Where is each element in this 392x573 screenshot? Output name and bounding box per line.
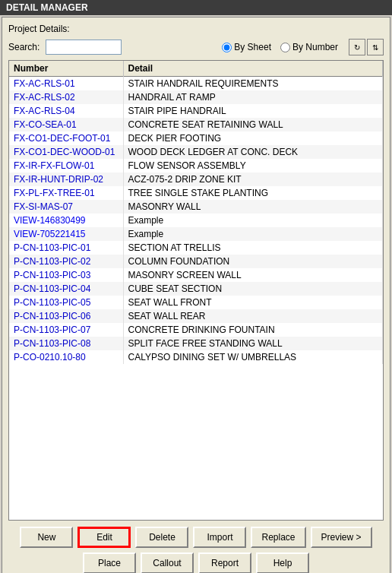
button-row-2: Place Callout Report Help [8,552,384,573]
table-cell-detail: SEAT WALL FRONT [123,296,383,309]
table-row[interactable]: P-CN-1103-PIC-04CUBE SEAT SECTION [9,282,383,296]
table-cell-number: P-CN-1103-PIC-05 [9,296,123,309]
table-header-row: Number Detail [9,61,383,77]
delete-button[interactable]: Delete [135,527,188,548]
table-row[interactable]: P-CN-1103-PIC-05SEAT WALL FRONT [9,296,383,309]
table-row[interactable]: FX-AC-RLS-01STAIR HANDRAIL REQUIREMENTS [9,77,383,91]
table-cell-detail: CUBE SEAT SECTION [123,282,383,296]
table-cell-number: FX-IR-FX-FLOW-01 [9,159,123,173]
replace-button[interactable]: Replace [251,527,305,548]
table-row[interactable]: P-CN-1103-PIC-08SPLIT FACE FREE STANDING… [9,337,383,350]
table-cell-detail: CONCRETE SEAT RETAINING WALL [123,118,383,131]
icon-buttons: ↻ ⇅ [349,39,384,55]
project-details-label: Project Details: [8,24,384,34]
table-cell-detail: FLOW SENSOR ASSEMBLY [123,159,383,173]
table-cell-number: P-CN-1103-PIC-07 [9,323,123,337]
preview-button[interactable]: Preview > [311,527,372,548]
table-row[interactable]: VIEW-705221415Example [9,227,383,241]
table-cell-detail: SECTION AT TRELLIS [123,241,383,255]
table-row[interactable]: VIEW-146830499Example [9,214,383,227]
table-cell-detail: Example [123,214,383,227]
col-header-number: Number [9,61,123,77]
table-cell-number: P-CN-1103-PIC-03 [9,268,123,282]
table-cell-detail: STAIR PIPE HANDRAIL [123,104,383,118]
table-cell-detail: MASONRY WALL [123,200,383,214]
search-input[interactable] [46,40,122,55]
table-cell-number: FX-CO1-DEC-WOOD-01 [9,145,123,159]
table-cell-detail: SPLIT FACE FREE STANDING WALL [123,337,383,350]
radio-by-number-label: By Number [292,42,338,52]
table-cell-number: FX-AC-RLS-01 [9,77,123,91]
table-cell-number: P-CN-1103-PIC-02 [9,255,123,268]
table-cell-detail: Example [123,227,383,241]
table-cell-number: FX-CO1-DEC-FOOT-01 [9,131,123,145]
radio-by-sheet-label: By Sheet [234,42,271,52]
help-button[interactable]: Help [256,552,309,573]
table-cell-detail: SEAT WALL REAR [123,309,383,323]
table-row[interactable]: P-CN-1103-PIC-07CONCRETE DRINKING FOUNTA… [9,323,383,337]
table-row[interactable]: P-CN-1103-PIC-02COLUMN FOUNDATION [9,255,383,268]
button-row-1: New Edit Delete Import Replace Preview > [8,527,384,548]
radio-by-number[interactable]: By Number [280,42,338,52]
table-cell-detail: CALYPSO DINING SET W/ UMBRELLAS [123,350,383,364]
table-cell-detail: HANDRAIL AT RAMP [123,90,383,104]
table-cell-number: FX-IR-HUNT-DRIP-02 [9,173,123,186]
table-cell-number: VIEW-146830499 [9,214,123,227]
search-row: Search: By Sheet By Number ↻ ⇅ [8,39,384,55]
table-cell-number: P-CN-1103-PIC-06 [9,309,123,323]
title-bar: DETAIL MANAGER [0,0,392,15]
table-row[interactable]: P-CO-0210.10-80CALYPSO DINING SET W/ UMB… [9,350,383,364]
place-button[interactable]: Place [83,552,136,573]
import-button[interactable]: Import [193,527,246,548]
main-container: Project Details: Search: By Sheet By Num… [2,17,390,573]
col-header-detail: Detail [123,61,383,77]
table-row[interactable]: FX-AC-RLS-04STAIR PIPE HANDRAIL [9,104,383,118]
table-cell-number: P-CN-1103-PIC-04 [9,282,123,296]
table-cell-detail: DECK PIER FOOTING [123,131,383,145]
table-cell-number: P-CN-1103-PIC-01 [9,241,123,255]
title-bar-text: DETAIL MANAGER [6,2,88,13]
sort-button[interactable]: ⇅ [367,39,384,55]
table-row[interactable]: FX-AC-RLS-02HANDRAIL AT RAMP [9,90,383,104]
table-cell-detail: ACZ-075-2 DRIP ZONE KIT [123,173,383,186]
table-row[interactable]: FX-CO-SEA-01CONCRETE SEAT RETAINING WALL [9,118,383,131]
table-row[interactable]: P-CN-1103-PIC-01SECTION AT TRELLIS [9,241,383,255]
radio-group: By Sheet By Number [222,42,338,52]
table-row[interactable]: FX-SI-MAS-07MASONRY WALL [9,200,383,214]
table-cell-detail: STAIR HANDRAIL REQUIREMENTS [123,77,383,91]
table-cell-detail: COLUMN FOUNDATION [123,255,383,268]
table-row[interactable]: FX-IR-FX-FLOW-01FLOW SENSOR ASSEMBLY [9,159,383,173]
table-cell-number: FX-CO-SEA-01 [9,118,123,131]
table-cell-number: FX-SI-MAS-07 [9,200,123,214]
table-container: Number Detail FX-AC-RLS-01STAIR HANDRAIL… [8,60,384,521]
details-table: Number Detail FX-AC-RLS-01STAIR HANDRAIL… [9,61,383,364]
radio-by-sheet[interactable]: By Sheet [222,42,271,52]
table-cell-detail: MASONRY SCREEN WALL [123,268,383,282]
search-label: Search: [8,42,40,52]
refresh-button[interactable]: ↻ [349,39,365,55]
table-row[interactable]: P-CN-1103-PIC-03MASONRY SCREEN WALL [9,268,383,282]
table-row[interactable]: FX-IR-HUNT-DRIP-02ACZ-075-2 DRIP ZONE KI… [9,173,383,186]
table-cell-number: VIEW-705221415 [9,227,123,241]
table-cell-detail: TREE SINGLE STAKE PLANTING [123,186,383,200]
report-button[interactable]: Report [198,552,251,573]
table-row[interactable]: FX-PL-FX-TREE-01TREE SINGLE STAKE PLANTI… [9,186,383,200]
callout-button[interactable]: Callout [141,552,194,573]
table-cell-detail: CONCRETE DRINKING FOUNTAIN [123,323,383,337]
table-cell-number: FX-AC-RLS-02 [9,90,123,104]
table-row[interactable]: FX-CO1-DEC-WOOD-01WOOD DECK LEDGER AT CO… [9,145,383,159]
edit-button[interactable]: Edit [77,527,131,548]
new-button[interactable]: New [20,527,73,548]
table-cell-number: FX-AC-RLS-04 [9,104,123,118]
table-cell-number: P-CO-0210.10-80 [9,350,123,364]
table-cell-number: P-CN-1103-PIC-08 [9,337,123,350]
table-row[interactable]: FX-CO1-DEC-FOOT-01DECK PIER FOOTING [9,131,383,145]
table-row[interactable]: P-CN-1103-PIC-06SEAT WALL REAR [9,309,383,323]
table-cell-number: FX-PL-FX-TREE-01 [9,186,123,200]
table-cell-detail: WOOD DECK LEDGER AT CONC. DECK [123,145,383,159]
